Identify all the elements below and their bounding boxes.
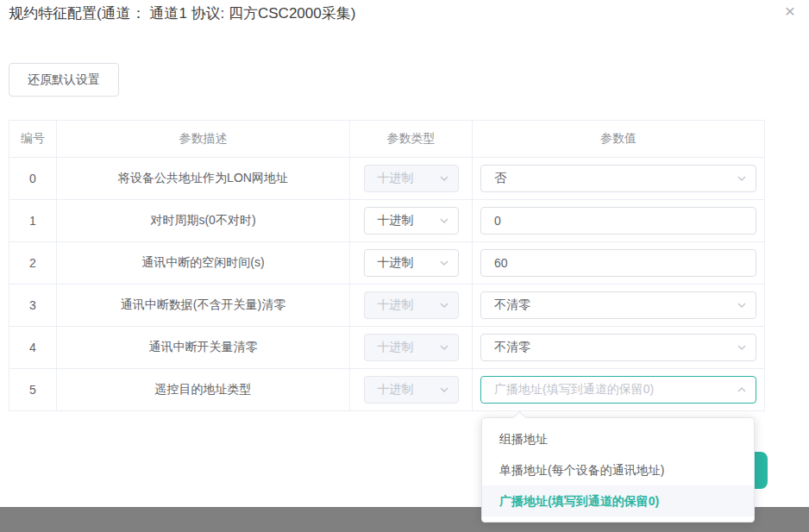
cell-id: 5 [9, 369, 57, 411]
value-select-open[interactable]: 广播地址(填写到通道的保留0) [480, 376, 756, 404]
parameter-table: 编号 参数描述 参数类型 参数值 0将设备公共地址作为LON网地址十进制否1对时… [9, 120, 765, 411]
table-row: 1对时周期s(0不对时)十进制 [9, 200, 765, 242]
type-select: 十进制 [364, 291, 459, 319]
cell-type: 十进制 [350, 158, 473, 200]
cell-id: 4 [9, 327, 57, 369]
value-select-label: 不清零 [481, 340, 733, 355]
type-select: 十进制 [364, 334, 459, 361]
type-select[interactable]: 十进制 [364, 207, 459, 235]
cell-id: 2 [9, 242, 57, 285]
value-select[interactable]: 不清零 [480, 291, 756, 319]
chevron-down-icon [436, 258, 458, 268]
table-row: 0将设备公共地址作为LON网地址十进制否 [9, 158, 765, 200]
restore-defaults-button[interactable]: 还原默认设置 [9, 63, 119, 97]
value-input[interactable] [480, 249, 756, 277]
table-row: 2通讯中断的空闲时间(s)十进制 [9, 242, 765, 285]
value-select-label: 否 [481, 171, 733, 186]
chevron-down-icon [436, 385, 458, 395]
cell-description: 通讯中断数据(不含开关量)清零 [57, 285, 350, 327]
type-select: 十进制 [364, 165, 459, 192]
cell-value: 不清零 [473, 327, 765, 369]
type-select-label: 十进制 [365, 297, 436, 313]
chevron-down-icon [436, 173, 458, 184]
type-select-label: 十进制 [365, 382, 436, 397]
header-id: 编号 [9, 121, 57, 158]
cell-value [473, 242, 765, 285]
chevron-down-icon [436, 216, 458, 226]
dropdown-option[interactable]: 单播地址(每个设备的通讯地址) [482, 454, 754, 485]
type-select-label: 十进制 [365, 340, 436, 355]
value-select-label: 不清零 [481, 297, 733, 313]
chevron-down-icon [733, 342, 756, 353]
table-body: 0将设备公共地址作为LON网地址十进制否1对时周期s(0不对时)十进制2通讯中断… [9, 158, 765, 411]
type-select: 十进制 [364, 376, 459, 404]
header-description: 参数描述 [57, 121, 350, 158]
protocol-config-dialog: 规约特征配置(通道： 通道1 协议: 四方CSC2000采集) × 还原默认设置… [0, 0, 809, 507]
chevron-down-icon [436, 300, 458, 310]
type-select-label: 十进制 [365, 255, 436, 271]
value-select-dropdown: 组播地址单播地址(每个设备的通讯地址)广播地址(填写到通道的保留0) [481, 417, 755, 523]
header-value: 参数值 [473, 121, 765, 158]
cell-type: 十进制 [350, 369, 473, 411]
type-select-label: 十进制 [365, 213, 436, 228]
header-type: 参数类型 [350, 121, 473, 158]
cell-description: 通讯中断的空闲时间(s) [57, 242, 350, 285]
cell-type: 十进制 [350, 285, 473, 327]
close-icon[interactable]: × [785, 0, 795, 22]
value-select[interactable]: 否 [480, 165, 756, 192]
table-row: 4通讯中断开关量清零十进制不清零 [9, 327, 765, 369]
cell-type: 十进制 [350, 200, 473, 242]
cell-id: 0 [9, 158, 57, 200]
cell-value [473, 200, 765, 242]
value-input[interactable] [480, 207, 756, 235]
chevron-up-icon [733, 385, 756, 395]
table-header-row: 编号 参数描述 参数类型 参数值 [9, 121, 765, 158]
cell-description: 通讯中断开关量清零 [57, 327, 350, 369]
type-select-label: 十进制 [365, 171, 436, 186]
type-select[interactable]: 十进制 [364, 249, 459, 277]
cell-id: 1 [9, 200, 57, 242]
table-row: 3通讯中断数据(不含开关量)清零十进制不清零 [9, 285, 765, 327]
value-select[interactable]: 不清零 [480, 334, 756, 361]
cell-description: 对时周期s(0不对时) [57, 200, 350, 242]
chevron-down-icon [733, 173, 756, 184]
cell-id: 3 [9, 285, 57, 327]
chevron-down-icon [436, 342, 458, 353]
table-row: 5遥控目的地址类型十进制广播地址(填写到通道的保留0) [9, 369, 765, 411]
cell-value: 否 [473, 158, 765, 200]
cell-description: 遥控目的地址类型 [57, 369, 350, 411]
page-title: 规约特征配置(通道： 通道1 协议: 四方CSC2000采集) [9, 3, 355, 25]
dropdown-option[interactable]: 组播地址 [482, 423, 754, 454]
dropdown-option[interactable]: 广播地址(填写到通道的保留0) [482, 485, 754, 516]
cell-value: 广播地址(填写到通道的保留0) [473, 369, 765, 411]
cell-type: 十进制 [350, 327, 473, 369]
chevron-down-icon [733, 300, 756, 310]
cell-description: 将设备公共地址作为LON网地址 [57, 158, 350, 200]
cell-value: 不清零 [473, 285, 765, 327]
value-select-label: 广播地址(填写到通道的保留0) [481, 382, 733, 397]
cell-type: 十进制 [350, 242, 473, 285]
